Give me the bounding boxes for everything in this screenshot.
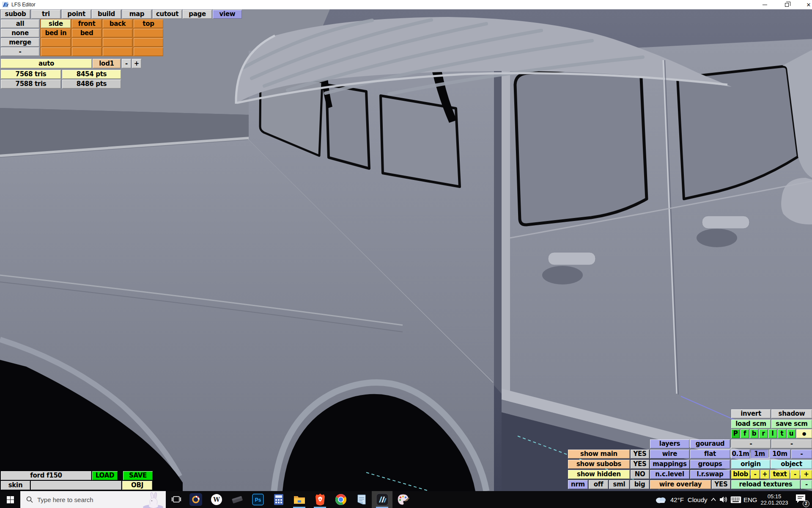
layers-button[interactable]: layers: [650, 439, 689, 448]
grid-cell-empty[interactable]: [103, 47, 132, 56]
close-button[interactable]: ✕: [799, 0, 812, 9]
blob-minus-button[interactable]: -: [751, 470, 760, 479]
invert-button[interactable]: invert: [731, 409, 771, 418]
nc-level-button[interactable]: n.c.level: [650, 470, 689, 479]
proj-u-button[interactable]: u: [787, 429, 796, 438]
scale-01m-button[interactable]: 0.1m: [731, 450, 750, 458]
taskbar-brave[interactable]: [310, 491, 330, 508]
search-box[interactable]: [20, 491, 166, 508]
grid-cell-empty[interactable]: [103, 38, 132, 47]
origin-button[interactable]: origin: [731, 460, 770, 469]
proj-b-button[interactable]: b: [750, 429, 758, 438]
taskbar-ring-app[interactable]: [185, 491, 206, 508]
nrm-button[interactable]: nrm: [568, 480, 588, 489]
skin-button[interactable]: skin: [1, 481, 30, 490]
flat-button[interactable]: flat: [690, 450, 730, 458]
grid-cell-side[interactable]: side: [41, 19, 71, 28]
notification-button[interactable]: 2: [795, 494, 809, 505]
text-plus-button[interactable]: +: [801, 470, 812, 479]
search-input[interactable]: [37, 496, 130, 503]
touch-keyboard-button[interactable]: [730, 491, 741, 508]
proj-p-button[interactable]: P: [731, 429, 740, 438]
minimize-button[interactable]: [755, 0, 774, 9]
taskbar-tablet-app[interactable]: [227, 491, 247, 508]
taskbar-lfs-editor[interactable]: [372, 491, 392, 508]
load-button[interactable]: LOAD: [92, 471, 118, 480]
scale-1m-button[interactable]: 1m: [751, 450, 768, 458]
menu-cutout[interactable]: cutout: [153, 10, 182, 19]
grid-cell-bed[interactable]: bed: [72, 29, 102, 37]
menu-point[interactable]: point: [62, 10, 91, 19]
taskbar-file-explorer[interactable]: [289, 491, 310, 508]
proj-l-button[interactable]: l: [768, 429, 777, 438]
clock-widget[interactable]: 05:15 22.01.2023 r.: [759, 491, 790, 508]
grid-cell-empty[interactable]: [134, 38, 163, 47]
language-indicator[interactable]: ENG: [743, 491, 757, 508]
shadow-button[interactable]: shadow: [771, 409, 812, 418]
show-main-label[interactable]: show main: [568, 450, 630, 458]
grid-cell-empty[interactable]: [134, 47, 163, 56]
proj-t-button[interactable]: t: [778, 429, 786, 438]
blob-plus-button[interactable]: +: [760, 470, 769, 479]
show-hidden-value[interactable]: NO: [631, 470, 649, 479]
reload-minus-button[interactable]: -: [801, 480, 812, 489]
grid-cell-empty[interactable]: [72, 47, 102, 56]
mappings-button[interactable]: mappings: [650, 460, 689, 469]
select-all-button[interactable]: all: [1, 19, 39, 28]
proj-dot-button[interactable]: ●: [796, 429, 812, 438]
volume-button[interactable]: [719, 491, 728, 508]
tray-chevron[interactable]: [710, 491, 716, 508]
model-name-field[interactable]: ford f150: [1, 471, 91, 480]
show-hidden-label[interactable]: show hidden: [568, 470, 630, 479]
taskbar-calculator[interactable]: [268, 491, 289, 508]
load-scm-button[interactable]: load scm: [731, 420, 771, 428]
start-button[interactable]: [0, 491, 20, 508]
wire-overlay-label[interactable]: wire overlay: [650, 480, 711, 489]
taskbar-paint[interactable]: [392, 491, 413, 508]
menu-build[interactable]: build: [92, 10, 121, 19]
task-view-button[interactable]: [166, 491, 187, 508]
text-button[interactable]: text: [770, 470, 790, 479]
menu-page[interactable]: page: [183, 10, 212, 19]
taskbar-w-app[interactable]: W: [206, 491, 227, 508]
viewport-3d[interactable]: [0, 9, 812, 491]
sml-button[interactable]: sml: [609, 480, 629, 489]
off-button[interactable]: off: [589, 480, 608, 489]
select-none-button[interactable]: none: [1, 29, 39, 37]
blob-button[interactable]: blob: [731, 470, 750, 479]
wire-overlay-value[interactable]: YES: [712, 480, 730, 489]
menu-view[interactable]: view: [213, 10, 242, 19]
grid-cell-back[interactable]: back: [103, 19, 132, 28]
taskbar-chrome[interactable]: [330, 491, 351, 508]
lod-auto-button[interactable]: auto: [1, 59, 92, 68]
restore-button[interactable]: [777, 0, 796, 9]
obj-button[interactable]: OBJ: [122, 481, 152, 490]
show-main-value[interactable]: YES: [631, 450, 649, 458]
grid-cell-empty[interactable]: [103, 29, 132, 37]
menu-map[interactable]: map: [122, 10, 151, 19]
wire-button[interactable]: wire: [650, 450, 689, 458]
save-button[interactable]: SAVE: [123, 471, 153, 480]
save-scm-button[interactable]: save scm: [771, 420, 812, 428]
object-button[interactable]: object: [771, 460, 812, 469]
lod-level-button[interactable]: lod1: [93, 59, 121, 68]
minus-button[interactable]: -: [1, 47, 39, 56]
show-subobs-value[interactable]: YES: [631, 460, 649, 469]
dash-button-1[interactable]: -: [731, 439, 771, 448]
grid-cell-empty[interactable]: [72, 38, 102, 47]
proj-f-button[interactable]: f: [741, 429, 749, 438]
taskbar-photoshop[interactable]: Ps: [247, 491, 268, 508]
text-minus-button[interactable]: -: [790, 470, 800, 479]
skin-name-field[interactable]: [31, 481, 121, 490]
show-subobs-label[interactable]: show subobs: [568, 460, 630, 469]
gouraud-button[interactable]: gouraud: [690, 439, 730, 448]
grid-cell-empty[interactable]: [41, 38, 71, 47]
lod-plus-button[interactable]: +: [132, 59, 141, 68]
grid-cell-top[interactable]: top: [134, 19, 163, 28]
scale-10m-button[interactable]: 10m: [769, 450, 790, 458]
dash-button-2[interactable]: -: [771, 439, 812, 448]
lr-swap-button[interactable]: l.r.swap: [690, 470, 730, 479]
lod-minus-button[interactable]: -: [122, 59, 131, 68]
menu-subob[interactable]: subob: [1, 10, 30, 19]
scale-dash-button[interactable]: -: [791, 450, 812, 458]
